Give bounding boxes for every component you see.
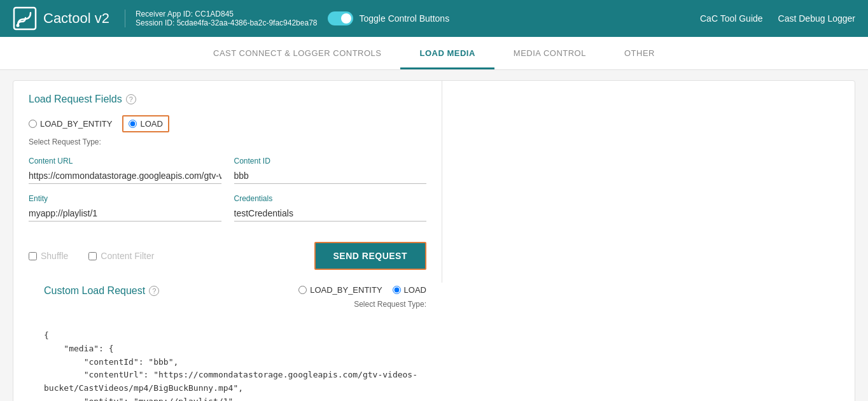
logo: Cactool v2 [13,6,109,31]
svg-point-1 [17,24,20,27]
toggle-control-buttons[interactable] [328,11,353,25]
custom-load-title: Custom Load Request ? [44,285,159,297]
toggle-area: Toggle Control Buttons [328,11,450,25]
custom-select-request-type-label: Select Request Type: [298,300,426,309]
credentials-label: Credentials [234,194,427,203]
entity-label: Entity [29,194,221,203]
credentials-input[interactable] [234,206,427,222]
load-help-icon[interactable]: ? [126,94,136,104]
tab-cast-connect[interactable]: CAST CONNECT & LOGGER CONTROLS [194,37,400,69]
cac-tool-guide-link[interactable]: CaC Tool Guide [700,13,763,24]
shuffle-checkbox[interactable]: Shuffle [29,251,68,261]
tab-media-control[interactable]: MEDIA CONTROL [494,37,605,69]
content-url-input[interactable] [29,168,221,184]
content-url-field: Content URL [29,157,221,184]
tab-load-media[interactable]: LOAD MEDIA [400,37,494,69]
right-panel-top: Custom Load Request ? LOAD_BY_ENTITY LOA… [44,285,426,319]
toggle-label: Toggle Control Buttons [360,13,450,24]
nav-tabs: CAST CONNECT & LOGGER CONTROLS LOAD MEDI… [0,37,868,70]
content-id-input[interactable] [234,168,427,184]
checkbox-row: Shuffle Content Filter [29,251,154,261]
content-filter-checkbox[interactable]: Content Filter [88,251,154,261]
content-id-label: Content ID [234,157,427,165]
header-right: CaC Tool Guide Cast Debug Logger [700,13,855,24]
load-card: Load Request Fields ? LOAD_BY_ENTITY LOA… [13,80,855,401]
custom-radio-group: LOAD_BY_ENTITY LOAD Select Request Type: [298,285,426,319]
main-content: Load Request Fields ? LOAD_BY_ENTITY LOA… [0,70,868,401]
tab-other[interactable]: OTHER [605,37,674,69]
header-info: Receiver App ID: CC1AD845 Session ID: 5c… [125,10,318,27]
left-panel: Load Request Fields ? LOAD_BY_ENTITY LOA… [29,94,426,270]
form-grid: Content URL Content ID Entity Credential… [29,157,426,222]
vertical-divider [442,81,839,283]
header: Cactool v2 Receiver App ID: CC1AD845 Ses… [0,0,868,37]
radio-load[interactable]: LOAD [122,115,169,132]
content-id-field: Content ID [234,157,427,184]
send-request-button[interactable]: SEND REQUEST [314,242,426,270]
two-col-layout: Load Request Fields ? LOAD_BY_ENTITY LOA… [29,94,839,401]
credentials-field: Credentials [234,194,427,222]
entity-input[interactable] [29,206,221,222]
content-url-label: Content URL [29,157,221,165]
radio-group-load: LOAD_BY_ENTITY LOAD [29,115,426,132]
right-panel: Custom Load Request ? LOAD_BY_ENTITY LOA… [29,285,426,401]
radio-load-by-entity[interactable]: LOAD_BY_ENTITY [29,119,112,129]
cast-debug-logger-link[interactable]: Cast Debug Logger [778,13,855,24]
load-section-title: Load Request Fields ? [29,94,426,105]
custom-load-help-icon[interactable]: ? [149,286,159,296]
select-request-type-label: Select Request Type: [29,137,426,146]
json-display: { "media": { "contentId": "bbb", "conten… [44,324,426,401]
custom-radio-load-by-entity[interactable]: LOAD_BY_ENTITY [298,285,382,295]
receiver-app-id: Receiver App ID: CC1AD845 [136,10,318,18]
custom-radio-load[interactable]: LOAD [393,285,426,295]
entity-field: Entity [29,194,221,222]
logo-text: Cactool v2 [43,10,109,27]
session-id: Session ID: 5cdae4fa-32aa-4386-ba2c-9fac… [136,18,318,27]
logo-icon [13,6,37,31]
